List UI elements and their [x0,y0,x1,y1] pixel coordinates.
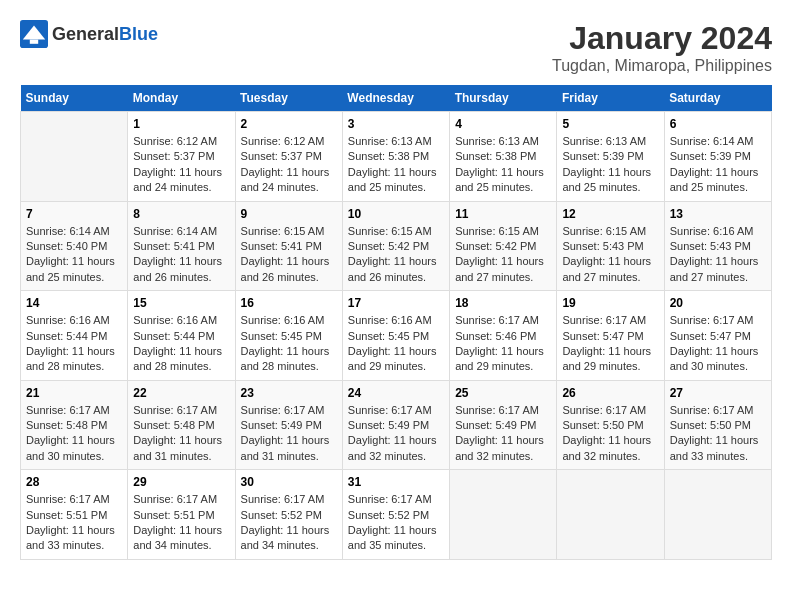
week-row-2: 7Sunrise: 6:14 AMSunset: 5:40 PMDaylight… [21,201,772,291]
day-cell: 18Sunrise: 6:17 AMSunset: 5:46 PMDayligh… [450,291,557,381]
day-info: Sunrise: 6:15 AMSunset: 5:42 PMDaylight:… [455,224,551,286]
day-cell: 7Sunrise: 6:14 AMSunset: 5:40 PMDaylight… [21,201,128,291]
day-cell: 1Sunrise: 6:12 AMSunset: 5:37 PMDaylight… [128,112,235,202]
day-cell: 14Sunrise: 6:16 AMSunset: 5:44 PMDayligh… [21,291,128,381]
day-number: 8 [133,207,229,221]
day-cell: 20Sunrise: 6:17 AMSunset: 5:47 PMDayligh… [664,291,771,381]
logo: GeneralBlue [20,20,158,48]
day-cell: 26Sunrise: 6:17 AMSunset: 5:50 PMDayligh… [557,380,664,470]
day-cell: 4Sunrise: 6:13 AMSunset: 5:38 PMDaylight… [450,112,557,202]
day-cell: 23Sunrise: 6:17 AMSunset: 5:49 PMDayligh… [235,380,342,470]
day-number: 3 [348,117,444,131]
calendar-subtitle: Tugdan, Mimaropa, Philippines [552,57,772,75]
day-info: Sunrise: 6:14 AMSunset: 5:40 PMDaylight:… [26,224,122,286]
day-info: Sunrise: 6:16 AMSunset: 5:44 PMDaylight:… [26,313,122,375]
day-info: Sunrise: 6:17 AMSunset: 5:51 PMDaylight:… [133,492,229,554]
svg-rect-2 [30,40,38,44]
day-cell: 31Sunrise: 6:17 AMSunset: 5:52 PMDayligh… [342,470,449,560]
day-info: Sunrise: 6:17 AMSunset: 5:48 PMDaylight:… [133,403,229,465]
day-number: 23 [241,386,337,400]
day-info: Sunrise: 6:17 AMSunset: 5:49 PMDaylight:… [455,403,551,465]
day-number: 12 [562,207,658,221]
day-number: 26 [562,386,658,400]
day-info: Sunrise: 6:16 AMSunset: 5:45 PMDaylight:… [348,313,444,375]
day-number: 1 [133,117,229,131]
day-number: 17 [348,296,444,310]
logo-icon [20,20,48,48]
day-number: 5 [562,117,658,131]
day-cell: 29Sunrise: 6:17 AMSunset: 5:51 PMDayligh… [128,470,235,560]
day-number: 20 [670,296,766,310]
day-info: Sunrise: 6:17 AMSunset: 5:51 PMDaylight:… [26,492,122,554]
day-cell: 15Sunrise: 6:16 AMSunset: 5:44 PMDayligh… [128,291,235,381]
day-info: Sunrise: 6:13 AMSunset: 5:38 PMDaylight:… [348,134,444,196]
day-number: 11 [455,207,551,221]
day-number: 30 [241,475,337,489]
day-cell: 19Sunrise: 6:17 AMSunset: 5:47 PMDayligh… [557,291,664,381]
header-sunday: Sunday [21,85,128,112]
day-cell: 3Sunrise: 6:13 AMSunset: 5:38 PMDaylight… [342,112,449,202]
day-number: 28 [26,475,122,489]
day-cell [557,470,664,560]
day-cell: 2Sunrise: 6:12 AMSunset: 5:37 PMDaylight… [235,112,342,202]
day-number: 25 [455,386,551,400]
day-cell: 24Sunrise: 6:17 AMSunset: 5:49 PMDayligh… [342,380,449,470]
header-wednesday: Wednesday [342,85,449,112]
day-info: Sunrise: 6:15 AMSunset: 5:41 PMDaylight:… [241,224,337,286]
day-number: 16 [241,296,337,310]
day-cell: 6Sunrise: 6:14 AMSunset: 5:39 PMDaylight… [664,112,771,202]
logo-general: General [52,24,119,44]
day-cell [450,470,557,560]
day-info: Sunrise: 6:17 AMSunset: 5:50 PMDaylight:… [562,403,658,465]
day-number: 2 [241,117,337,131]
calendar-title: January 2024 [552,20,772,57]
day-number: 29 [133,475,229,489]
week-row-1: 1Sunrise: 6:12 AMSunset: 5:37 PMDaylight… [21,112,772,202]
day-info: Sunrise: 6:13 AMSunset: 5:38 PMDaylight:… [455,134,551,196]
day-info: Sunrise: 6:17 AMSunset: 5:52 PMDaylight:… [241,492,337,554]
day-info: Sunrise: 6:14 AMSunset: 5:39 PMDaylight:… [670,134,766,196]
day-cell: 25Sunrise: 6:17 AMSunset: 5:49 PMDayligh… [450,380,557,470]
day-info: Sunrise: 6:17 AMSunset: 5:47 PMDaylight:… [670,313,766,375]
day-number: 31 [348,475,444,489]
week-row-5: 28Sunrise: 6:17 AMSunset: 5:51 PMDayligh… [21,470,772,560]
day-cell: 22Sunrise: 6:17 AMSunset: 5:48 PMDayligh… [128,380,235,470]
day-info: Sunrise: 6:15 AMSunset: 5:43 PMDaylight:… [562,224,658,286]
day-cell: 10Sunrise: 6:15 AMSunset: 5:42 PMDayligh… [342,201,449,291]
day-info: Sunrise: 6:12 AMSunset: 5:37 PMDaylight:… [133,134,229,196]
day-number: 27 [670,386,766,400]
calendar-header-row: SundayMondayTuesdayWednesdayThursdayFrid… [21,85,772,112]
page-header: GeneralBlue January 2024 Tugdan, Mimarop… [20,20,772,75]
day-info: Sunrise: 6:12 AMSunset: 5:37 PMDaylight:… [241,134,337,196]
day-info: Sunrise: 6:17 AMSunset: 5:49 PMDaylight:… [348,403,444,465]
header-saturday: Saturday [664,85,771,112]
day-info: Sunrise: 6:16 AMSunset: 5:45 PMDaylight:… [241,313,337,375]
day-info: Sunrise: 6:15 AMSunset: 5:42 PMDaylight:… [348,224,444,286]
day-number: 14 [26,296,122,310]
week-row-4: 21Sunrise: 6:17 AMSunset: 5:48 PMDayligh… [21,380,772,470]
day-info: Sunrise: 6:16 AMSunset: 5:43 PMDaylight:… [670,224,766,286]
day-cell: 16Sunrise: 6:16 AMSunset: 5:45 PMDayligh… [235,291,342,381]
day-info: Sunrise: 6:13 AMSunset: 5:39 PMDaylight:… [562,134,658,196]
day-number: 21 [26,386,122,400]
header-tuesday: Tuesday [235,85,342,112]
header-thursday: Thursday [450,85,557,112]
day-cell: 17Sunrise: 6:16 AMSunset: 5:45 PMDayligh… [342,291,449,381]
day-info: Sunrise: 6:17 AMSunset: 5:48 PMDaylight:… [26,403,122,465]
day-cell: 11Sunrise: 6:15 AMSunset: 5:42 PMDayligh… [450,201,557,291]
header-monday: Monday [128,85,235,112]
day-cell: 30Sunrise: 6:17 AMSunset: 5:52 PMDayligh… [235,470,342,560]
day-info: Sunrise: 6:17 AMSunset: 5:46 PMDaylight:… [455,313,551,375]
day-cell [664,470,771,560]
day-info: Sunrise: 6:16 AMSunset: 5:44 PMDaylight:… [133,313,229,375]
day-number: 15 [133,296,229,310]
day-cell: 5Sunrise: 6:13 AMSunset: 5:39 PMDaylight… [557,112,664,202]
day-number: 4 [455,117,551,131]
day-cell: 12Sunrise: 6:15 AMSunset: 5:43 PMDayligh… [557,201,664,291]
title-block: January 2024 Tugdan, Mimaropa, Philippin… [552,20,772,75]
day-cell: 21Sunrise: 6:17 AMSunset: 5:48 PMDayligh… [21,380,128,470]
day-cell: 8Sunrise: 6:14 AMSunset: 5:41 PMDaylight… [128,201,235,291]
day-cell [21,112,128,202]
day-cell: 28Sunrise: 6:17 AMSunset: 5:51 PMDayligh… [21,470,128,560]
day-number: 19 [562,296,658,310]
